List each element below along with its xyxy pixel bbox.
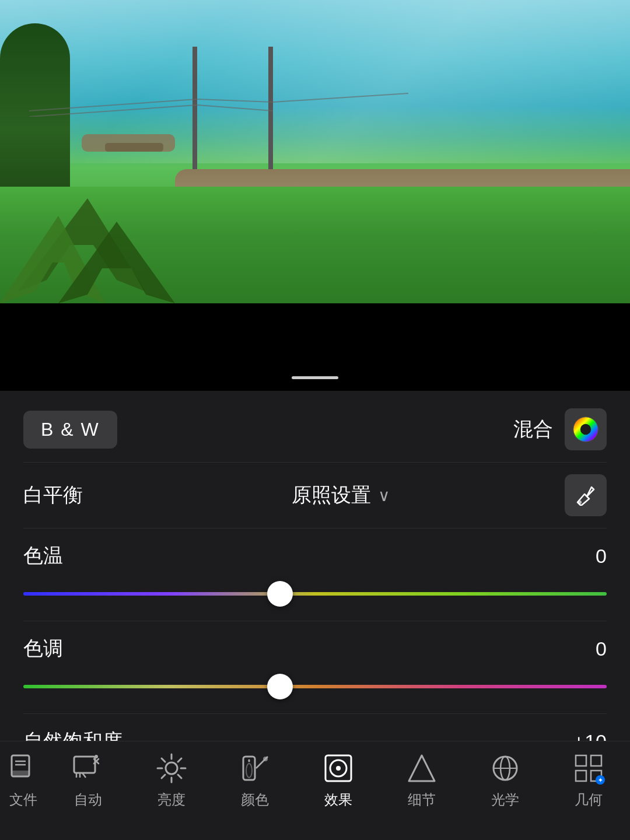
temperature-label: 色温 (23, 542, 63, 569)
geometry-icon-svg: ✦ (572, 752, 605, 785)
color-icon-svg (239, 752, 271, 785)
svg-line-1 (197, 99, 273, 102)
detail-icon (404, 751, 439, 786)
svg-rect-40 (591, 755, 601, 766)
effects-icon (321, 751, 356, 786)
photo-area (0, 0, 630, 303)
file-icon (6, 751, 41, 786)
grass-area (0, 187, 630, 303)
detail-icon-svg (405, 752, 438, 785)
svg-point-17 (166, 762, 177, 774)
temperature-track (23, 592, 607, 596)
geometry-icon: ✦ (571, 751, 606, 786)
svg-point-33 (336, 766, 341, 771)
svg-point-28 (246, 764, 252, 778)
temperature-thumb[interactable] (267, 581, 293, 607)
drag-handle[interactable] (292, 376, 338, 379)
wb-preset-text: 原照设置 (292, 482, 371, 509)
temperature-value: 0 (596, 545, 607, 568)
tint-thumb[interactable] (267, 674, 293, 699)
toolbar-item-file[interactable]: 文件 (0, 751, 47, 809)
brightness-icon (154, 751, 189, 786)
photo-canvas (0, 0, 630, 303)
mix-row: 混合 (513, 408, 607, 450)
svg-line-22 (162, 758, 165, 762)
raft-2 (105, 143, 163, 152)
brightness-label: 亮度 (158, 790, 186, 809)
svg-line-24 (178, 758, 181, 762)
tint-track (23, 685, 607, 688)
mix-label: 混合 (513, 416, 553, 443)
tint-value: 0 (596, 638, 607, 660)
toolbar-item-geometry[interactable]: ✦ 几何 (547, 751, 630, 809)
auto-label: 自动 (74, 790, 102, 809)
detail-label: 细节 (408, 790, 436, 809)
file-label: 文件 (9, 790, 37, 809)
svg-text:✦: ✦ (598, 777, 603, 783)
svg-point-10 (578, 501, 582, 504)
auto-icon-svg (72, 752, 104, 785)
optics-icon-svg (489, 752, 522, 785)
color-label: 颜色 (241, 790, 269, 809)
tint-header: 色调 0 (23, 635, 607, 662)
tint-section: 色调 0 (23, 621, 607, 713)
wb-label: 白平衡 (23, 482, 117, 509)
temperature-header: 色温 0 (23, 542, 607, 569)
color-wheel-button[interactable] (565, 408, 607, 450)
tint-label: 色调 (23, 635, 63, 662)
wb-preset-selector[interactable]: 原照设置 ∨ (117, 482, 565, 509)
optics-label: 光学 (491, 790, 519, 809)
bottom-toolbar: 文件 自动 (0, 741, 630, 840)
temperature-slider[interactable] (23, 581, 607, 607)
toolbar-item-brightness[interactable]: 亮度 (130, 751, 214, 809)
temperature-section: 色温 0 (23, 528, 607, 621)
svg-rect-15 (74, 757, 95, 773)
color-wheel-icon (572, 416, 599, 443)
gap-area (0, 303, 630, 391)
geometry-label: 几何 (575, 790, 603, 809)
toolbar-item-effects[interactable]: 效果 (297, 751, 380, 809)
toolbar-item-optics[interactable]: 光学 (463, 751, 547, 809)
effects-icon-svg (322, 752, 355, 785)
bw-button[interactable]: B & W (23, 411, 117, 449)
power-lines-svg (0, 47, 630, 117)
color-icon (237, 751, 272, 786)
toolbar-item-detail[interactable]: 细节 (380, 751, 463, 809)
effects-label: 效果 (324, 790, 352, 809)
svg-line-3 (29, 105, 197, 117)
svg-point-9 (580, 424, 591, 435)
eyedropper-button[interactable] (565, 474, 607, 516)
svg-line-2 (273, 93, 408, 102)
bw-mix-row: B & W 混合 (23, 391, 607, 462)
svg-point-16 (94, 755, 98, 758)
toolbar-item-color[interactable]: 颜色 (214, 751, 297, 809)
file-icon-svg (9, 754, 37, 782)
optics-icon (488, 751, 523, 786)
toolbar-item-auto[interactable]: 自动 (47, 751, 130, 809)
svg-line-25 (162, 775, 165, 778)
svg-rect-38 (576, 755, 586, 766)
svg-line-4 (197, 105, 273, 111)
eyedropper-icon (575, 485, 596, 506)
svg-point-30 (263, 757, 268, 761)
brightness-icon-svg (155, 752, 188, 785)
wb-row: 白平衡 原照设置 ∨ (23, 462, 607, 528)
svg-rect-12 (12, 771, 29, 776)
svg-line-0 (29, 99, 197, 111)
svg-line-23 (178, 775, 181, 778)
svg-rect-39 (576, 771, 586, 781)
auto-icon (71, 751, 106, 786)
tint-slider[interactable] (23, 674, 607, 699)
svg-marker-34 (409, 755, 435, 781)
chevron-down-icon: ∨ (378, 486, 390, 505)
plants-svg (0, 187, 175, 303)
